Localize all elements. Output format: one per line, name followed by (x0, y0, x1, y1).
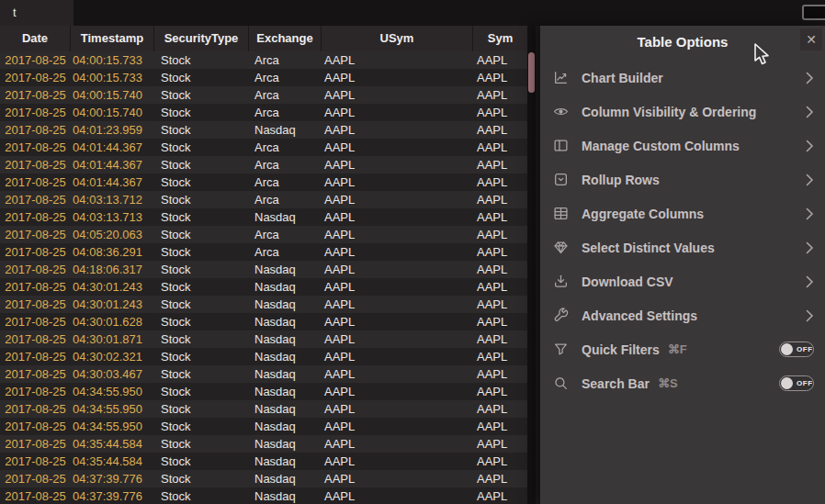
table-cell[interactable]: AAPL (322, 470, 473, 487)
table-cell[interactable]: 04:30:01.871 (71, 330, 154, 348)
table-row[interactable]: 2017-08-2504:35:44.584StockNasdaqAAPLAAP… (0, 453, 527, 470)
table-row[interactable]: 2017-08-2504:05:20.063StockArcaAAPLAAPL (0, 226, 527, 243)
panel-item-rollup-rows[interactable]: Rollup Rows (540, 162, 825, 196)
table-row[interactable]: 2017-08-2504:00:15.740StockArcaAAPLAAPL (0, 86, 527, 104)
table-cell[interactable]: Stock (154, 470, 249, 487)
table-row[interactable]: 2017-08-2504:30:01.243StockNasdaqAAPLAAP… (0, 296, 527, 313)
table-row[interactable]: 2017-08-2504:34:55.950StockNasdaqAAPLAAP… (0, 400, 527, 418)
table-cell[interactable]: AAPL (473, 313, 527, 330)
table-cell[interactable]: AAPL (322, 139, 473, 156)
table-cell[interactable]: 2017-08-25 (0, 278, 71, 296)
table-cell[interactable]: AAPL (322, 400, 473, 418)
table-cell[interactable]: AAPL (473, 156, 527, 174)
table-cell[interactable]: Arca (249, 104, 322, 121)
table-cell[interactable]: Nasdaq (249, 418, 322, 435)
table-cell[interactable]: AAPL (473, 226, 527, 243)
table-cell[interactable]: 04:03:13.712 (71, 191, 154, 208)
table-cell[interactable]: AAPL (322, 313, 473, 330)
table-cell[interactable]: Arca (249, 243, 322, 261)
table-cell[interactable]: AAPL (322, 453, 473, 470)
table-cell[interactable]: 04:00:15.740 (71, 86, 154, 104)
table-cell[interactable]: Nasdaq (249, 383, 322, 400)
table-cell[interactable]: AAPL (473, 191, 527, 208)
table-cell[interactable]: Stock (154, 121, 249, 139)
table-cell[interactable]: AAPL (473, 365, 527, 383)
table-cell[interactable]: AAPL (322, 69, 473, 86)
table-cell[interactable]: AAPL (473, 296, 527, 313)
table-cell[interactable]: Stock (154, 487, 249, 504)
table-cell[interactable]: Nasdaq (249, 453, 322, 470)
table-cell[interactable]: 04:35:44.584 (71, 435, 154, 453)
table-cell[interactable]: Stock (154, 156, 249, 174)
column-header-timestamp[interactable]: Timestamp (71, 26, 154, 51)
table-cell[interactable]: Nasdaq (249, 313, 322, 330)
table-cell[interactable]: AAPL (322, 243, 473, 261)
table-cell[interactable]: 04:03:13.713 (71, 208, 154, 226)
panel-toggle-icon[interactable] (802, 5, 825, 20)
table-cell[interactable]: 04:00:15.733 (71, 69, 154, 86)
table-cell[interactable]: AAPL (322, 174, 473, 191)
table-cell[interactable]: 2017-08-25 (0, 313, 71, 330)
table-cell[interactable]: Stock (154, 69, 249, 86)
table-cell[interactable]: AAPL (322, 104, 473, 121)
table-cell[interactable]: 2017-08-25 (0, 453, 71, 470)
table-cell[interactable]: Nasdaq (249, 278, 322, 296)
table-cell[interactable]: 2017-08-25 (0, 261, 71, 278)
table-cell[interactable]: AAPL (322, 365, 473, 383)
table-cell[interactable]: 2017-08-25 (0, 418, 71, 435)
panel-item-search-bar[interactable]: Search Bar ⌘S OFF (540, 366, 825, 400)
table-cell[interactable]: 04:30:01.243 (71, 296, 154, 313)
table-cell[interactable]: 04:37:39.776 (71, 487, 154, 504)
table-cell[interactable]: Stock (154, 86, 249, 104)
table-cell[interactable]: AAPL (473, 400, 527, 418)
table-cell[interactable]: 04:08:36.291 (71, 243, 154, 261)
vertical-scrollbar[interactable] (527, 26, 536, 504)
table-cell[interactable]: AAPL (473, 348, 527, 365)
column-header-securitytype[interactable]: SecurityType (154, 26, 249, 51)
column-header-usym[interactable]: USym (322, 26, 473, 51)
column-header-sym[interactable]: Sym (473, 26, 527, 51)
panel-item-quick-filters[interactable]: Quick Filters ⌘F OFF (540, 332, 825, 366)
table-row[interactable]: 2017-08-2504:03:13.712StockArcaAAPLAAPL (0, 191, 527, 208)
table-cell[interactable]: AAPL (473, 470, 527, 487)
table-cell[interactable]: AAPL (322, 226, 473, 243)
table-cell[interactable]: 2017-08-25 (0, 296, 71, 313)
table-cell[interactable]: 2017-08-25 (0, 400, 71, 418)
table-cell[interactable]: Nasdaq (249, 348, 322, 365)
table-cell[interactable]: Stock (154, 191, 249, 208)
table-cell[interactable]: 2017-08-25 (0, 208, 71, 226)
table-cell[interactable]: AAPL (322, 208, 473, 226)
table-row[interactable]: 2017-08-2504:34:55.950StockNasdaqAAPLAAP… (0, 383, 527, 400)
table-cell[interactable]: Stock (154, 51, 249, 69)
table-row[interactable]: 2017-08-2504:37:39.776StockNasdaqAAPLAAP… (0, 487, 527, 504)
table-cell[interactable]: Stock (154, 453, 249, 470)
table-cell[interactable]: 04:01:44.367 (71, 156, 154, 174)
panel-item-aggregate-columns[interactable]: Aggregate Columns (540, 196, 825, 230)
table-cell[interactable]: AAPL (473, 86, 527, 104)
table-cell[interactable]: 2017-08-25 (0, 86, 71, 104)
table-cell[interactable]: Stock (154, 296, 249, 313)
table-cell[interactable]: Nasdaq (249, 121, 322, 139)
table-row[interactable]: 2017-08-2504:37:39.776StockNasdaqAAPLAAP… (0, 470, 527, 487)
table-cell[interactable]: Nasdaq (249, 435, 322, 453)
table-row[interactable]: 2017-08-2504:30:02.321StockNasdaqAAPLAAP… (0, 348, 527, 365)
table-cell[interactable]: 2017-08-25 (0, 156, 71, 174)
table-cell[interactable]: 2017-08-25 (0, 174, 71, 191)
table-row[interactable]: 2017-08-2504:30:03.467StockNasdaqAAPLAAP… (0, 365, 527, 383)
panel-item-chart-builder[interactable]: Chart Builder (540, 61, 825, 95)
table-cell[interactable]: 04:30:03.467 (71, 365, 154, 383)
table-cell[interactable]: Stock (154, 313, 249, 330)
table-cell[interactable]: Arca (249, 226, 322, 243)
table-cell[interactable]: Stock (154, 261, 249, 278)
table-row[interactable]: 2017-08-2504:03:13.713StockNasdaqAAPLAAP… (0, 208, 527, 226)
table-cell[interactable]: AAPL (473, 383, 527, 400)
table-cell[interactable]: AAPL (322, 330, 473, 348)
table-cell[interactable]: Nasdaq (249, 296, 322, 313)
panel-item-column-visibility[interactable]: Column Visibility & Ordering (540, 95, 825, 129)
table-cell[interactable]: Stock (154, 208, 249, 226)
table-row[interactable]: 2017-08-2504:01:23.959StockNasdaqAAPLAAP… (0, 121, 527, 139)
table-cell[interactable]: Stock (154, 139, 249, 156)
table-row[interactable]: 2017-08-2504:30:01.243StockNasdaqAAPLAAP… (0, 278, 527, 296)
table-cell[interactable]: Stock (154, 226, 249, 243)
table-cell[interactable]: 04:37:39.776 (71, 470, 154, 487)
